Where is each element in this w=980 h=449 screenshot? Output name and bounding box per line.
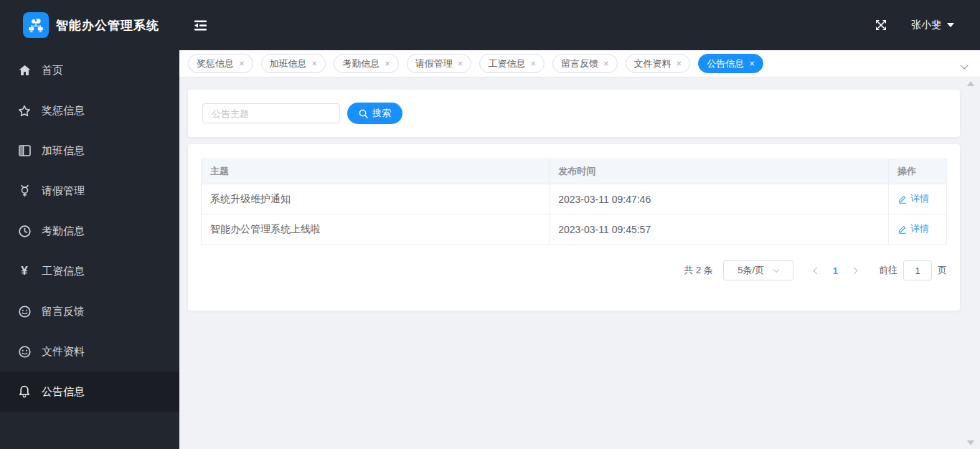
sidebar-item-files[interactable]: 文件资料 <box>0 331 179 372</box>
tab-close-icon[interactable]: × <box>677 59 682 68</box>
main-content: 搜索 主题 发布时间 操作 系统升级维护通知 2023-03-11 09:47:… <box>179 77 980 449</box>
tab-overtime[interactable]: 加班信息× <box>261 54 326 73</box>
sidebar-item-label: 文件资料 <box>42 345 85 359</box>
open-tabs-bar: 奖惩信息× 加班信息× 考勤信息× 请假管理× 工资信息× 留言反馈× 文件资料… <box>179 50 980 77</box>
tab-label: 工资信息 <box>488 57 525 70</box>
tab-feedback[interactable]: 留言反馈× <box>552 54 618 73</box>
sidebar-item-attendance[interactable]: 考勤信息 <box>0 211 179 251</box>
bell-icon <box>17 385 32 398</box>
star-icon <box>17 105 32 117</box>
sidebar-item-overtime[interactable]: 加班信息 <box>0 131 179 171</box>
search-panel: 搜索 <box>188 90 960 137</box>
chevron-left-icon <box>813 267 820 274</box>
scrollbar-up-arrow[interactable] <box>967 81 974 86</box>
app-title: 智能办公管理系统 <box>56 17 159 34</box>
notebook-icon <box>17 145 32 156</box>
search-input[interactable] <box>202 103 340 123</box>
tab-label: 公告信息 <box>707 57 744 70</box>
sidebar-item-salary[interactable]: ¥ 工资信息 <box>0 251 179 291</box>
clock-icon <box>17 225 32 237</box>
tab-rewards[interactable]: 奖惩信息× <box>188 54 253 73</box>
chevron-down-icon <box>960 61 968 69</box>
page-size-value: 5条/页 <box>738 264 764 277</box>
pagination: 共 2 条 5条/页 1 前往 页 <box>201 260 947 280</box>
tab-label: 奖惩信息 <box>197 57 234 70</box>
user-menu[interactable]: 张小斐 <box>911 19 954 32</box>
sidebar-item-label: 奖惩信息 <box>42 104 85 118</box>
page-size-select[interactable]: 5条/页 <box>723 260 793 280</box>
smiley-icon <box>17 346 32 358</box>
yen-icon: ¥ <box>17 264 32 278</box>
tab-leave[interactable]: 请假管理× <box>407 54 472 73</box>
sidebar-item-label: 首页 <box>42 64 63 77</box>
sidebar-item-rewards[interactable]: 奖惩信息 <box>0 90 179 131</box>
tab-close-icon[interactable]: × <box>458 59 463 68</box>
sidebar-item-feedback[interactable]: 留言反馈 <box>0 291 179 331</box>
goto-label: 前往 <box>879 264 897 277</box>
org-network-icon <box>27 16 45 34</box>
table-row: 智能办公管理系统上线啦 2023-03-11 09:45:57 详情 <box>202 214 947 245</box>
tab-salary[interactable]: 工资信息× <box>479 54 545 73</box>
tab-files[interactable]: 文件资料× <box>626 54 691 73</box>
tab-close-icon[interactable]: × <box>603 59 609 68</box>
edit-pen-icon <box>897 194 907 204</box>
scrollbar-down-arrow[interactable] <box>967 440 974 445</box>
tab-close-icon[interactable]: × <box>385 59 390 68</box>
tab-close-icon[interactable]: × <box>749 59 755 68</box>
tab-label: 留言反馈 <box>561 57 598 70</box>
tab-attendance[interactable]: 考勤信息× <box>334 54 399 73</box>
sidebar-item-label: 工资信息 <box>42 265 85 278</box>
search-button[interactable]: 搜索 <box>347 103 402 124</box>
mercury-icon <box>17 184 32 197</box>
prev-page-button[interactable] <box>805 268 829 273</box>
goto-page-input[interactable] <box>903 260 932 280</box>
tabs-overflow-button[interactable] <box>961 58 971 68</box>
cell-time: 2023-03-11 09:47:46 <box>550 184 889 214</box>
sidebar-item-label: 公告信息 <box>42 385 85 399</box>
user-name: 张小斐 <box>911 19 941 32</box>
detail-link[interactable]: 详情 <box>897 222 929 235</box>
table-header-row: 主题 发布时间 操作 <box>202 159 947 184</box>
smiley-icon <box>17 306 32 318</box>
sidebar-collapse-button[interactable] <box>194 20 207 31</box>
detail-link[interactable]: 详情 <box>897 192 929 205</box>
cell-time: 2023-03-11 09:45:57 <box>550 214 889 245</box>
column-header-action: 操作 <box>888 159 946 184</box>
detail-link-label: 详情 <box>910 222 929 235</box>
chevron-right-icon <box>851 267 858 274</box>
tab-label: 请假管理 <box>415 57 453 70</box>
announcements-panel: 主题 发布时间 操作 系统升级维护通知 2023-03-11 09:47:46 … <box>188 144 960 311</box>
sidebar-item-announcements[interactable]: 公告信息 <box>0 372 179 412</box>
sidebar-item-label: 加班信息 <box>42 144 85 158</box>
announcements-table: 主题 发布时间 操作 系统升级维护通知 2023-03-11 09:47:46 … <box>201 159 947 245</box>
fullscreen-button[interactable] <box>875 19 887 31</box>
menu-fold-icon <box>194 20 207 31</box>
home-icon <box>17 65 32 76</box>
tab-close-icon[interactable]: × <box>530 59 536 68</box>
tab-announcements[interactable]: 公告信息× <box>698 54 763 73</box>
fullscreen-expand-icon <box>875 19 887 31</box>
pagination-total: 共 2 条 <box>684 264 712 277</box>
sidebar-item-home[interactable]: 首页 <box>0 50 179 90</box>
page-number-1[interactable]: 1 <box>829 265 842 276</box>
sidebar-item-label: 请假管理 <box>42 184 85 198</box>
column-header-subject: 主题 <box>202 159 550 184</box>
page-unit-label: 页 <box>938 264 947 277</box>
app-logo <box>23 12 49 38</box>
tab-label: 加班信息 <box>270 57 307 70</box>
next-page-button[interactable] <box>842 268 866 273</box>
app-header: 智能办公管理系统 张小斐 <box>0 0 980 50</box>
tab-close-icon[interactable]: × <box>312 59 318 68</box>
detail-link-label: 详情 <box>910 192 929 205</box>
caret-down-icon <box>947 23 954 27</box>
sidebar: 首页 奖惩信息 加班信息 请假管理 考勤信息 ¥ 工资信息 留言反馈 <box>0 50 179 449</box>
cell-subject: 系统升级维护通知 <box>202 184 550 214</box>
search-button-label: 搜索 <box>372 107 391 120</box>
magnifier-icon <box>359 109 368 118</box>
edit-pen-icon <box>897 225 907 234</box>
tab-close-icon[interactable]: × <box>239 59 245 68</box>
sidebar-item-leave[interactable]: 请假管理 <box>0 171 179 211</box>
cell-subject: 智能办公管理系统上线啦 <box>202 214 550 245</box>
tab-label: 文件资料 <box>634 57 672 70</box>
brand: 智能办公管理系统 <box>0 12 179 38</box>
